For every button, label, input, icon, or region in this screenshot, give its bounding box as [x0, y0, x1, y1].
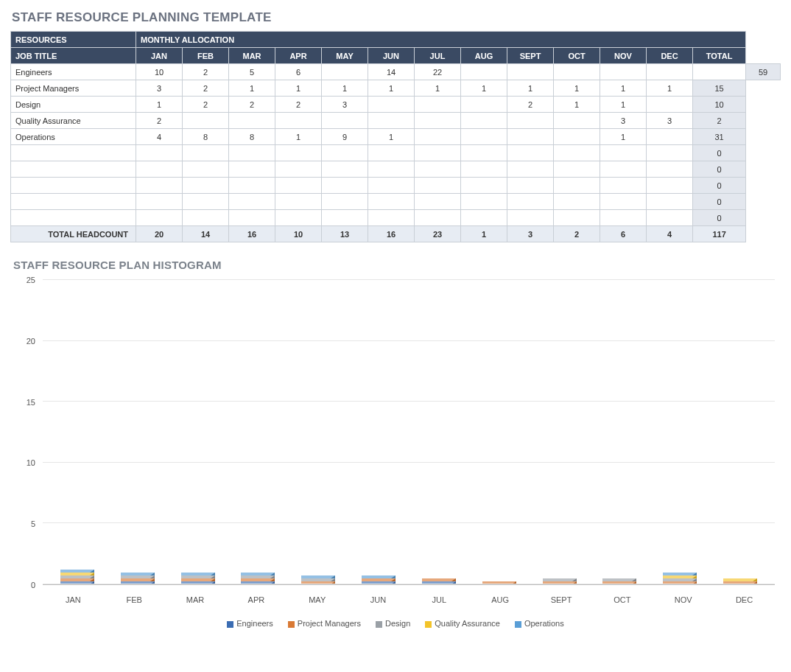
cell	[322, 178, 368, 194]
row-label: Engineers	[11, 64, 136, 80]
row-label: Design	[11, 97, 136, 113]
x-tick-label: JAN	[56, 595, 90, 604]
cell: 3	[136, 80, 183, 97]
cell: 1	[554, 80, 600, 97]
row-total: 59	[746, 64, 781, 80]
table-row: 0	[11, 178, 781, 194]
footer-cell: 13	[322, 226, 368, 242]
row-label	[11, 178, 136, 194]
cell	[647, 178, 693, 194]
cell	[647, 97, 693, 113]
footer-cell: 2	[554, 226, 600, 242]
legend-item: Project Managers	[288, 619, 361, 628]
cell: 1	[368, 129, 415, 145]
footer-cell: 1	[461, 226, 507, 242]
x-tick-label: SEPT	[544, 595, 578, 604]
cell: 1	[322, 80, 368, 97]
cell	[600, 178, 647, 194]
x-tick-label: AUG	[483, 595, 517, 604]
x-tick-label: OCT	[605, 595, 639, 604]
cell	[647, 161, 693, 178]
cell: 2	[507, 97, 554, 113]
cell	[600, 194, 647, 210]
cell: 1	[275, 129, 322, 145]
histogram-chart: 0510152025 JANFEBMARAPRMAYJUNJULAUGSEPTO…	[13, 276, 779, 615]
cell	[229, 210, 275, 226]
cell	[600, 64, 647, 80]
cell: 1	[275, 80, 322, 97]
footer-cell: 4	[647, 226, 693, 242]
table-header: RESOURCESMONTHLY ALLOCATIONJOB TITLEJANF…	[11, 32, 781, 64]
table-row: Project Managers32111111111115	[11, 80, 781, 97]
x-tick-label: NOV	[667, 595, 700, 604]
cell	[507, 145, 554, 161]
gridline	[43, 279, 775, 280]
header-month: APR	[275, 48, 322, 64]
cell	[322, 113, 368, 129]
cell: 8	[183, 129, 229, 145]
cell	[183, 145, 229, 161]
footer-cell: 10	[275, 226, 322, 242]
table-row: Quality Assurance2332	[11, 113, 781, 129]
cell	[136, 145, 183, 161]
cell	[554, 194, 600, 210]
table-footer: TOTAL HEADCOUNT2014161013162313264117	[11, 226, 781, 242]
cell	[507, 194, 554, 210]
row-label	[11, 210, 136, 226]
y-tick-label: 20	[27, 337, 35, 346]
header-total: TOTAL	[693, 48, 746, 64]
cell	[229, 178, 275, 194]
bar-column	[121, 573, 155, 584]
table-row: Design1222321110	[11, 97, 781, 113]
legend-item: Quality Assurance	[425, 619, 500, 628]
footer-cell: 16	[368, 226, 415, 242]
cell	[415, 97, 461, 113]
cell	[461, 129, 507, 145]
legend-swatch	[515, 621, 521, 628]
row-total: 0	[693, 145, 746, 161]
cell	[136, 161, 183, 178]
cell	[415, 161, 461, 178]
cell: 1	[600, 80, 647, 97]
cell	[368, 210, 415, 226]
cell: 1	[368, 80, 415, 97]
cell	[415, 210, 461, 226]
cell: 3	[322, 97, 368, 113]
footer-cell: 6	[600, 226, 647, 242]
x-tick-label: FEB	[117, 595, 151, 604]
cell: 1	[229, 80, 275, 97]
footer-cell: 3	[507, 226, 554, 242]
cell	[600, 210, 647, 226]
cell	[507, 64, 554, 80]
cell: 2	[183, 64, 229, 80]
allocation-table: RESOURCESMONTHLY ALLOCATIONJOB TITLEJANF…	[10, 31, 781, 242]
cell: 5	[229, 64, 275, 80]
cell: 22	[415, 64, 461, 80]
cell	[554, 129, 600, 145]
gridline	[43, 522, 775, 523]
row-label: Operations	[11, 129, 136, 145]
bar-column	[241, 573, 275, 584]
y-tick-label: 15	[27, 398, 35, 407]
cell: 2	[183, 97, 229, 113]
row-label: Project Managers	[11, 80, 136, 97]
row-total: 10	[693, 97, 746, 113]
cell	[647, 129, 693, 145]
legend-swatch	[425, 621, 432, 628]
cell: 6	[275, 64, 322, 80]
cell	[554, 113, 600, 129]
x-tick-label: MAR	[178, 595, 212, 604]
gridline	[43, 584, 775, 584]
cell: 9	[322, 129, 368, 145]
footer-cell: 20	[136, 226, 183, 242]
cell	[600, 161, 647, 178]
cell	[647, 194, 693, 210]
legend-item: Design	[376, 619, 410, 628]
cell	[275, 161, 322, 178]
cell: 1	[136, 97, 183, 113]
header-month: SEPT	[507, 48, 554, 64]
table-row: 0	[11, 194, 781, 210]
cell: 3	[647, 113, 693, 129]
footer-cell: 23	[415, 226, 461, 242]
cell	[183, 113, 229, 129]
